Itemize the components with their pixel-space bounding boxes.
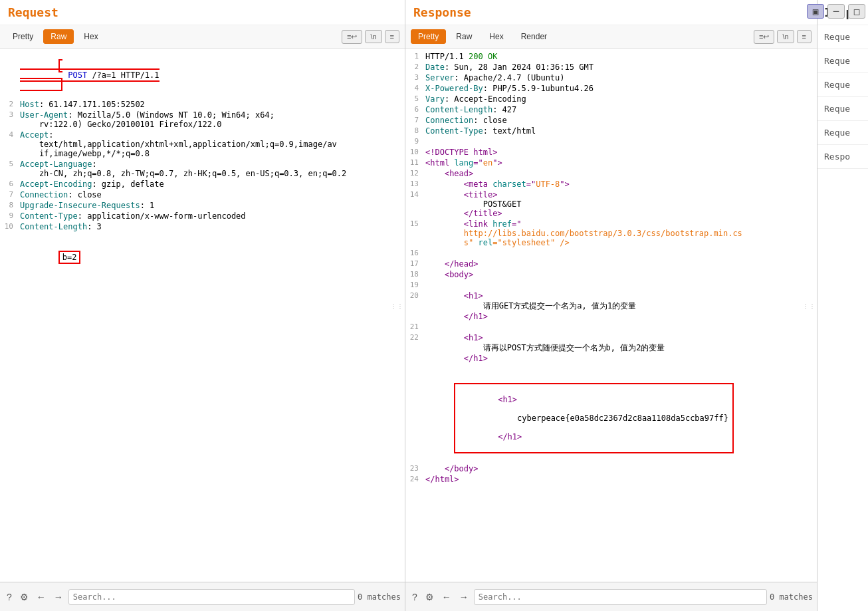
resp-line-1: 1 HTTP/1.1 200 OK <box>405 51 817 62</box>
resp-line-15: 15 <link href=" http://libs.baidu.com/bo… <box>405 219 817 248</box>
resp-line-12: 12 <head> <box>405 168 817 179</box>
request-body-highlight: b=2 <box>58 251 81 264</box>
request-code-area: POST /?a=1 HTTP/1.1 2 Host: 61.147.171.1… <box>0 49 405 582</box>
request-next-match-button[interactable]: → <box>51 590 66 604</box>
response-flag-highlight: <h1> cyberpeace{e0a58dc2367d2c8aa1108da5… <box>454 383 734 453</box>
request-line-5: 5 Accept-Language: zh-CN, zh;q=0.8, zh-T… <box>0 159 405 179</box>
request-line-8: 8 Upgrade-Insecure-Requests: 1 <box>0 200 405 211</box>
resp-line-2: 2 Date: Sun, 28 Jan 2024 01:36:15 GMT <box>405 62 817 72</box>
request-search-input[interactable] <box>68 589 355 605</box>
resp-line-4: 4 X-Powered-By: PHP/5.5.9-1ubuntu4.26 <box>405 83 817 94</box>
response-match-count: 0 matches <box>770 592 813 602</box>
inspector-item-2[interactable]: Reque <box>817 73 868 97</box>
response-tab-render[interactable]: Render <box>514 29 554 44</box>
response-toolbar: Pretty Raw Hex Render ≡↩ \n ≡ <box>405 25 817 49</box>
response-search-bar: ? ⚙ ← → 0 matches <box>405 582 817 611</box>
response-newline-icon[interactable]: \n <box>777 30 794 43</box>
request-first-line-highlight: POST /?a=1 HTTP/1.1 <box>20 59 160 91</box>
request-line-2: 2 Host: 61.147.171.105:52502 <box>0 99 405 110</box>
request-line-body: b=2 <box>0 243 405 272</box>
resp-line-17: 17 </head> <box>405 259 817 269</box>
request-match-count: 0 matches <box>358 592 401 602</box>
resp-line-19: 19 <box>405 280 817 291</box>
request-line-9: 9 Content-Type: application/x-www-form-u… <box>0 211 405 221</box>
request-line-4: 4 Accept: text/html,application/xhtml+xm… <box>0 130 405 159</box>
request-line-3: 3 User-Agent: Mozilla/5.0 (Windows NT 10… <box>0 110 405 130</box>
request-tab-pretty[interactable]: Pretty <box>5 29 41 44</box>
request-toolbar: Pretty Raw Hex ≡↩ \n ≡ <box>0 25 405 49</box>
request-settings-icon[interactable]: ⚙ <box>17 590 31 604</box>
resp-line-22: 22 <h1> 请再以POST方式随便提交一个名为b, 值为2的变量 </h1>… <box>405 332 817 463</box>
resp-line-20: 20 <h1> 请用GET方式提交一个名为a, 值为1的变量 </h1> <box>405 291 817 322</box>
request-drag-handle[interactable]: ⋮⋮ <box>390 302 403 309</box>
request-line-7: 7 Connection: close <box>0 189 405 200</box>
response-title: Response <box>405 0 817 25</box>
response-tab-hex[interactable]: Hex <box>482 29 510 44</box>
request-panel: Request Pretty Raw Hex ≡↩ \n ≡ POST /?a=… <box>0 0 405 611</box>
request-line-10: 10 Content-Length: 3 <box>0 221 405 232</box>
response-next-match-button[interactable]: → <box>457 590 471 604</box>
response-wrap-icon[interactable]: ≡↩ <box>754 30 774 44</box>
request-wrap-icon[interactable]: ≡↩ <box>342 30 362 44</box>
response-menu-icon[interactable]: ≡ <box>797 30 812 43</box>
resp-line-18: 18 <body> <box>405 269 817 280</box>
request-newline-icon[interactable]: \n <box>365 30 381 43</box>
response-tab-raw[interactable]: Raw <box>449 29 479 44</box>
resp-line-3: 3 Server: Apache/2.4.7 (Ubuntu) <box>405 72 817 83</box>
response-prev-match-button[interactable]: ← <box>439 590 454 604</box>
resp-line-21: 21 <box>405 322 817 332</box>
resp-line-24: 24 </html> <box>405 474 817 485</box>
response-search-input[interactable] <box>474 589 767 605</box>
resp-line-5: 5 Vary: Accept-Encoding <box>405 94 817 104</box>
resp-line-7: 7 Connection: close <box>405 115 817 126</box>
resp-line-10: 10 <!DOCTYPE html> <box>405 147 817 158</box>
response-drag-handle[interactable]: ⋮⋮ <box>802 302 815 309</box>
resp-line-9: 9 <box>405 136 817 147</box>
tile-button[interactable]: ▣ <box>807 4 824 19</box>
resp-line-13: 13 <meta charset="UTF-8"> <box>405 179 817 189</box>
inspector-item-0[interactable]: Reque <box>817 25 868 49</box>
response-panel: Response Pretty Raw Hex Render ≡↩ \n ≡ 1… <box>405 0 817 611</box>
resp-line-14: 14 <title> POST&GET </title> <box>405 189 817 219</box>
request-tab-hex[interactable]: Hex <box>76 29 105 44</box>
request-line-1: POST /?a=1 HTTP/1.1 <box>0 51 405 99</box>
inspector-panel: Inspe Reque Reque Reque Reque Reque Resp… <box>817 0 868 611</box>
resp-line-11: 11 <html lang="en"> <box>405 158 817 168</box>
request-line-blank <box>0 232 405 243</box>
response-help-icon[interactable]: ? <box>409 590 420 604</box>
request-tab-raw[interactable]: Raw <box>43 29 74 44</box>
resp-line-23: 23 </body> <box>405 463 817 474</box>
inspector-item-1[interactable]: Reque <box>817 49 868 73</box>
request-help-icon[interactable]: ? <box>4 590 15 604</box>
inspector-item-3[interactable]: Reque <box>817 97 868 121</box>
response-code-area: 1 HTTP/1.1 200 OK 2 Date: Sun, 28 Jan 20… <box>405 49 817 582</box>
maximize-button[interactable]: □ <box>848 4 865 19</box>
request-search-bar: ? ⚙ ← → 0 matches <box>0 582 405 611</box>
resp-line-16: 16 <box>405 248 817 259</box>
request-line-6: 6 Accept-Encoding: gzip, deflate <box>0 179 405 189</box>
response-tab-pretty[interactable]: Pretty <box>411 29 446 44</box>
inspector-item-5[interactable]: Respo <box>817 145 868 169</box>
minimize-button[interactable]: ─ <box>827 4 845 19</box>
request-prev-match-button[interactable]: ← <box>34 590 49 604</box>
response-settings-icon[interactable]: ⚙ <box>423 590 437 604</box>
request-title: Request <box>0 0 405 25</box>
resp-line-6: 6 Content-Length: 427 <box>405 104 817 115</box>
inspector-item-4[interactable]: Reque <box>817 121 868 145</box>
resp-line-8: 8 Content-Type: text/html <box>405 126 817 136</box>
request-menu-icon[interactable]: ≡ <box>385 30 399 43</box>
